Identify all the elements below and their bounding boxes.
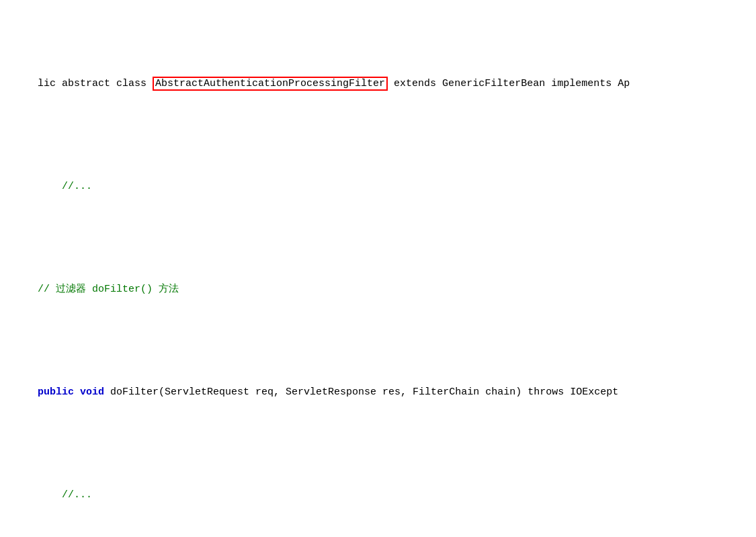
- code-line-1: lic abstract class AbstractAuthenticatio…: [13, 58, 743, 110]
- comment-dofilter: // 过滤器 doFilter() 方法: [38, 284, 179, 295]
- kw-public: public: [38, 386, 80, 398]
- line4-rest: doFilter(ServletRequest req, ServletResp…: [110, 386, 618, 398]
- line1-prefix: lic abstract class: [38, 78, 153, 89]
- code-line-3: // 过滤器 doFilter() 方法: [13, 264, 743, 316]
- comment-ellipsis-1: //...: [38, 181, 92, 192]
- kw-void: void: [80, 386, 110, 398]
- code-block: lic abstract class AbstractAuthenticatio…: [13, 7, 743, 537]
- code-line-4: public void doFilter(ServletRequest req,…: [13, 367, 743, 419]
- code-line-5: //...: [13, 470, 743, 522]
- class-name-highlighted: AbstractAuthenticationProcessingFilter: [153, 77, 388, 91]
- comment-ellipsis-2: //...: [38, 489, 92, 501]
- code-line-2: //...: [13, 161, 743, 213]
- line1-suffix: extends GenericFilterBean implements Ap: [388, 78, 630, 89]
